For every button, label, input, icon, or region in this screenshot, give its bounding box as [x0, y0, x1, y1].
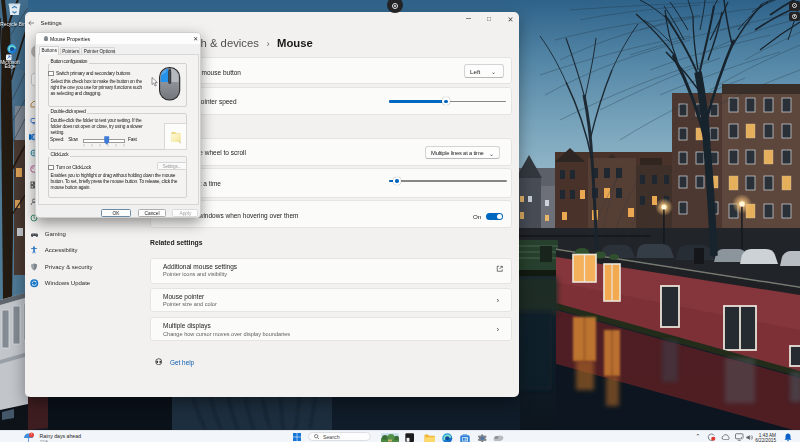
- svg-text:!: !: [31, 433, 32, 437]
